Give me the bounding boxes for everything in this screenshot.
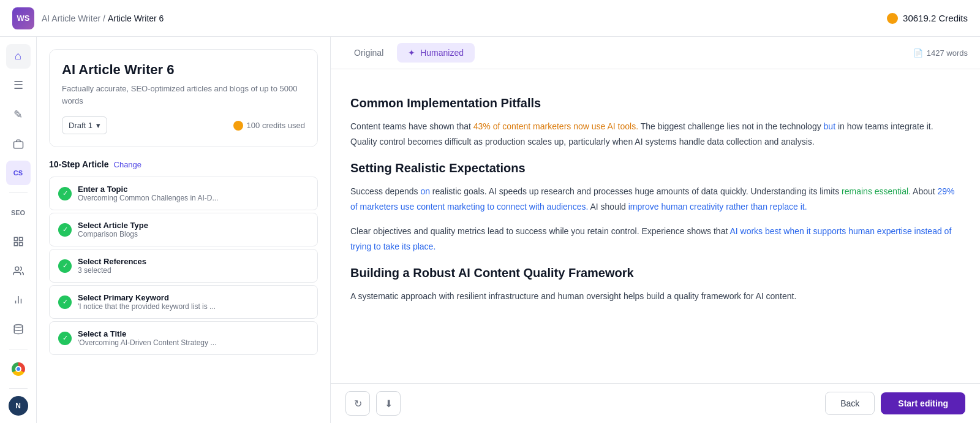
draft-select[interactable]: Draft 1 ▾ [62,116,107,134]
section-paragraph-2-2: Clear objectives and quality metrics lea… [350,224,960,254]
section-heading-2: Setting Realistic Expectations [350,161,960,175]
credits-coin-icon [233,121,243,131]
sidebar-icons: ⌂ ☰ ✎ CS SEO N [0,37,37,423]
refresh-button[interactable]: ↻ [345,391,370,416]
download-icon: ⬇ [385,398,393,410]
svg-rect-3 [14,243,17,246]
sidebar-item-cs[interactable]: CS [6,161,31,185]
breadcrumb-separator: / [103,13,108,23]
step-name-topic: Enter a Topic [78,185,309,194]
section-paragraph-3-1: A systematic approach with resilient inf… [350,289,960,304]
sidebar-divider [9,192,28,193]
svg-rect-4 [19,243,22,246]
step-name-references: Select References [78,257,309,266]
credits-used: 100 credits used [233,121,305,131]
refresh-icon: ↻ [354,398,362,410]
step-value-title: 'Overcoming AI-Driven Content Strategy .… [78,338,309,347]
tab-humanized-label: Humanized [420,48,464,58]
step-name-article-type: Select Article Type [78,221,309,230]
highlight-2: but [824,121,835,131]
step-name-title: Select a Title [78,329,309,338]
step-item-keyword[interactable]: ✓ Select Primary Keyword 'I notice that … [49,285,318,319]
sidebar-item-data[interactable] [6,317,31,341]
step-item-topic[interactable]: ✓ Enter a Topic Overcoming Common Challe… [49,177,318,210]
sidebar-item-documents[interactable]: ☰ [6,74,31,98]
svg-rect-2 [19,237,22,240]
section-paragraph-2-1: Success depends on realistic goals. AI s… [350,184,960,214]
download-button[interactable]: ⬇ [376,391,401,416]
step-content-topic: Enter a Topic Overcoming Common Challeng… [78,185,309,202]
section-heading-3: Building a Robust AI Content Quality Fra… [350,266,960,280]
step-check-icon-5: ✓ [58,332,72,345]
step-name-keyword: Select Primary Keyword [78,293,309,302]
right-panel: Original ✦ Humanized 📄 1427 words Common… [331,37,980,423]
step-value-keyword: 'I notice that the provided keyword list… [78,302,309,311]
highlight-1: 43% of content marketers now use AI tool… [473,121,638,131]
svg-rect-1 [14,237,17,240]
sidebar-item-chart[interactable] [6,229,31,254]
user-avatar[interactable]: N [9,396,28,416]
tab-original[interactable]: Original [343,43,394,63]
sidebar-item-home[interactable]: ⌂ [6,44,31,69]
step-check-icon-3: ✓ [58,259,72,273]
credits-dot-icon [887,13,898,24]
step-value-topic: Overcoming Common Challenges in AI-D... [78,194,309,202]
step-value-article-type: Comparison Blogs [78,230,309,238]
svg-point-9 [14,324,23,327]
step-content-references: Select References 3 selected [78,257,309,275]
step-item-title[interactable]: ✓ Select a Title 'Overcoming AI-Driven C… [49,321,318,355]
footer-actions: ↻ ⬇ [345,391,401,416]
section-paragraph-1-1: Content teams have shown that 43% of con… [350,119,960,149]
sidebar-item-chrome[interactable] [6,357,31,381]
ws-logo: WS [12,7,34,29]
steps-header: 10-Step Article Change [49,159,318,169]
content-body: Common Implementation Pitfalls Content t… [331,69,980,383]
steps-title: 10-Step Article [49,159,109,169]
credits-label: 30619.2 Credits [903,13,968,23]
sidebar-item-edit[interactable]: ✎ [6,102,31,127]
main-layout: ⌂ ☰ ✎ CS SEO N AI Ar [0,37,980,423]
back-button[interactable]: Back [825,392,875,415]
tabs: Original ✦ Humanized [343,43,475,63]
sidebar-divider-2 [9,349,28,349]
step-item-article-type[interactable]: ✓ Select Article Type Comparison Blogs [49,213,318,246]
step-content-keyword: Select Primary Keyword 'I notice that th… [78,293,309,311]
draft-label: Draft 1 [69,121,92,130]
start-editing-button[interactable]: Start editing [881,392,965,414]
sidebar-item-users[interactable] [6,259,31,283]
topbar-left: WS AI Article Writer / Article Writer 6 [12,7,164,29]
footer-right: Back Start editing [825,392,965,415]
svg-rect-0 [13,142,23,148]
steps-list: ✓ Enter a Topic Overcoming Common Challe… [49,177,318,355]
document-icon: 📄 [913,48,923,58]
credits-badge: 30619.2 Credits [887,13,968,24]
sidebar-item-analytics[interactable] [6,288,31,313]
content-footer: ↻ ⬇ Back Start editing [331,383,980,423]
steps-change-button[interactable]: Change [114,160,142,169]
left-panel-inner: AI Article Writer 6 Factually accurate, … [37,37,330,423]
tool-title: AI Article Writer 6 [62,62,305,78]
breadcrumb: AI Article Writer / Article Writer 6 [42,13,164,23]
topbar: WS AI Article Writer / Article Writer 6 … [0,0,980,37]
step-check-icon-4: ✓ [58,295,72,309]
step-check-icon: ✓ [58,187,72,200]
humanized-star-icon: ✦ [408,48,415,58]
tab-humanized[interactable]: ✦ Humanized [397,43,475,63]
word-count: 📄 1427 words [913,48,968,58]
chevron-down-icon: ▾ [96,121,100,130]
word-count-label: 1427 words [927,48,968,58]
breadcrumb-part1[interactable]: AI Article Writer [42,13,100,23]
left-panel: AI Article Writer 6 Factually accurate, … [37,37,331,423]
sidebar-item-seo[interactable]: SEO [6,200,31,225]
breadcrumb-part2: Article Writer 6 [108,13,164,23]
svg-point-5 [15,267,18,270]
highlight-3: on [420,186,430,196]
sidebar-item-briefcase[interactable] [6,132,31,156]
section-heading-1: Common Implementation Pitfalls [350,96,960,110]
highlight-4: remains essential. [842,186,911,196]
step-content-article-type: Select Article Type Comparison Blogs [78,221,309,238]
credits-used-label: 100 credits used [247,121,305,130]
tool-header-card: AI Article Writer 6 Factually accurate, … [49,49,318,147]
step-value-references: 3 selected [78,266,309,275]
step-item-references[interactable]: ✓ Select References 3 selected [49,249,318,283]
